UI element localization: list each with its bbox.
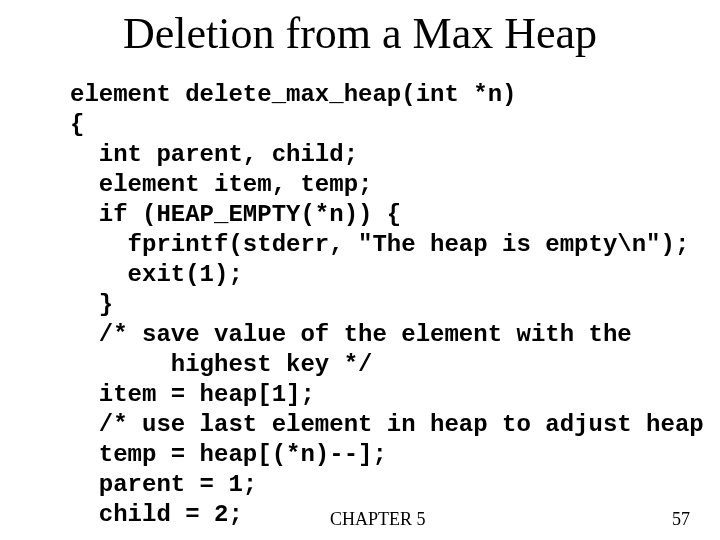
slide: Deletion from a Max Heap element delete_… — [0, 0, 720, 540]
footer-chapter: CHAPTER 5 — [330, 509, 426, 530]
slide-title: Deletion from a Max Heap — [0, 8, 720, 59]
footer-page: 57 — [672, 509, 690, 530]
code-block: element delete_max_heap(int *n) { int pa… — [70, 80, 710, 530]
